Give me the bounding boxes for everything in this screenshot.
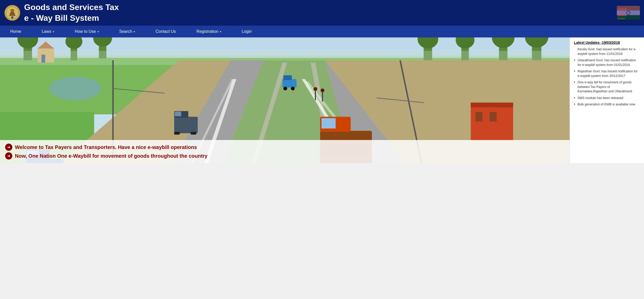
- title-line1: Goods and Services Tax: [24, 3, 119, 12]
- nav-search[interactable]: Search ▾: [109, 26, 145, 37]
- svg-rect-81: [475, 112, 483, 122]
- how-to-use-dropdown-caret: ▾: [97, 30, 99, 33]
- nav-registration[interactable]: Registration ▾: [186, 26, 231, 37]
- svg-rect-71: [282, 79, 297, 87]
- nav-how-to-use[interactable]: How to Use ▾: [64, 26, 109, 37]
- svg-rect-78: [41, 55, 45, 63]
- nav-laws[interactable]: Laws ▾: [32, 26, 64, 37]
- nav-login[interactable]: Login: [231, 26, 262, 37]
- sidebar-updates-list: Uttarakhand Govt. has issued notificatio…: [574, 57, 640, 108]
- registration-dropdown-caret: ▾: [220, 30, 221, 33]
- caption-arrow-icon-2: ➜: [5, 152, 12, 160]
- svg-point-4: [10, 9, 14, 12]
- search-dropdown-caret: ▾: [134, 30, 135, 33]
- svg-point-74: [291, 87, 295, 91]
- site-header: Goods and Services Tax e - Way Bill Syst…: [0, 0, 644, 26]
- nav-home[interactable]: Home: [0, 26, 32, 37]
- national-emblem-icon: [4, 5, 21, 21]
- sidebar-partial-item: Kerala Govt. had issued notification for…: [574, 47, 640, 57]
- updates-sidebar: Latest Updates -19/03/2018 Kerala Govt. …: [570, 37, 644, 163]
- svg-rect-82: [490, 112, 497, 122]
- nav-contact-us[interactable]: Contact Us: [145, 26, 186, 37]
- header-right: NATION TAX MARKE PLACE: [617, 6, 640, 20]
- svg-text:NATION: NATION: [618, 8, 627, 11]
- list-item: SMS module has been released: [574, 95, 640, 102]
- caption-line-1: ➜ Welcome to Tax Payers and Transporters…: [5, 144, 564, 151]
- svg-point-5: [9, 15, 11, 16]
- brand-logo: NATION TAX MARKE PLACE: [617, 6, 640, 20]
- svg-point-85: [314, 87, 317, 91]
- svg-rect-66: [321, 118, 336, 128]
- svg-point-87: [320, 88, 324, 92]
- main-content: ➜ Welcome to Tax Payers and Transporters…: [0, 37, 644, 163]
- svg-text:MARKE: MARKE: [618, 14, 627, 17]
- title-line2: e - Way Bill System: [24, 13, 99, 23]
- svg-text:PLACE: PLACE: [618, 17, 625, 20]
- svg-text:TAX: TAX: [618, 11, 622, 14]
- laws-dropdown-caret: ▾: [53, 30, 54, 33]
- svg-rect-62: [174, 132, 180, 135]
- svg-rect-63: [191, 132, 196, 135]
- svg-point-6: [13, 15, 15, 16]
- svg-rect-61: [175, 112, 181, 116]
- list-item: One e-way bill for movement of goods bet…: [574, 79, 640, 95]
- svg-rect-79: [471, 103, 513, 140]
- svg-rect-76: [38, 48, 54, 63]
- svg-rect-80: [471, 103, 513, 107]
- caption-line-2: ➜ Now, One Nation One e-Waybill for move…: [5, 152, 564, 160]
- svg-rect-59: [174, 117, 198, 133]
- site-title: Goods and Services Tax e - Way Bill Syst…: [24, 2, 119, 23]
- header-left: Goods and Services Tax e - Way Bill Syst…: [4, 2, 119, 23]
- svg-point-75: [50, 77, 101, 100]
- main-navbar: Home Laws ▾ How to Use ▾ Search ▾ Contac…: [0, 26, 644, 37]
- hero-section: ➜ Welcome to Tax Payers and Transporters…: [0, 37, 570, 163]
- caption-arrow-icon-1: ➜: [5, 144, 12, 151]
- hero-caption: ➜ Welcome to Tax Payers and Transporters…: [0, 140, 570, 163]
- brand-logo-icon: NATION TAX MARKE PLACE: [617, 6, 640, 20]
- list-item: Uttarakhand Govt. has issued notificatio…: [574, 57, 640, 68]
- list-item: Bulk generation of EWB is available now: [574, 101, 640, 108]
- sidebar-title: Latest Updates -19/03/2018: [574, 41, 640, 45]
- svg-rect-72: [283, 75, 292, 80]
- svg-point-73: [283, 87, 287, 91]
- list-item: Rajasthan Govt. has issued notification …: [574, 68, 640, 79]
